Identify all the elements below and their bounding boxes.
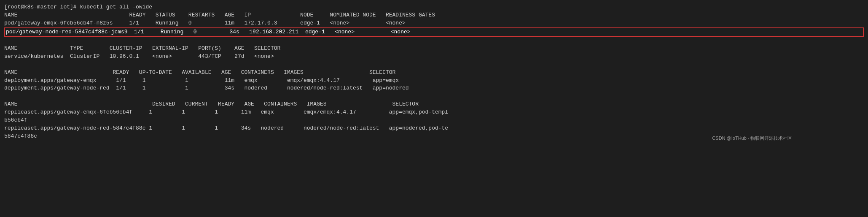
service1-line: service/kubernetes ClusterIP 10.96.0.1 <… <box>4 53 864 61</box>
pod1-line: pod/gateway-emqx-6fcb56cb4f-n8z5s 1/1 Ru… <box>4 19 864 27</box>
pods-header-line: NAME READY STATUS RESTARTS AGE IP NODE N… <box>4 11 864 19</box>
pod2-line-highlighted: pod/gateway-node-red-5847c4f88c-jcms9 1/… <box>4 27 864 37</box>
deploy2-line: deployment.apps/gateway-node-red 1/1 1 1… <box>4 84 864 92</box>
watermark-text: CSDN @IoTHub · 物联网开源技术社区 <box>712 135 792 142</box>
rs1-line2: b56cb4f <box>4 117 864 125</box>
terminal-window: [root@k8s-master iot]# kubectl get all -… <box>0 0 868 144</box>
deploy1-line: deployment.apps/gateway-emqx 1/1 1 1 11m… <box>4 77 864 85</box>
rs2-line1: replicaset.apps/gateway-node-red-5847c4f… <box>4 125 864 133</box>
spacer-2 <box>4 61 864 69</box>
spacer-1 <box>4 37 864 45</box>
rs-header-line: NAME DESIRED CURRENT READY AGE CONTAINER… <box>4 100 864 108</box>
command-prompt: [root@k8s-master iot]# kubectl get all -… <box>4 3 864 11</box>
rs1-line1: replicaset.apps/gateway-emqx-6fcb56cb4f … <box>4 108 864 117</box>
deploy-header-line: NAME READY UP-TO-DATE AVAILABLE AGE CONT… <box>4 69 864 77</box>
services-header-line: NAME TYPE CLUSTER-IP EXTERNAL-IP PORT(S)… <box>4 45 864 53</box>
spacer-3 <box>4 92 864 100</box>
